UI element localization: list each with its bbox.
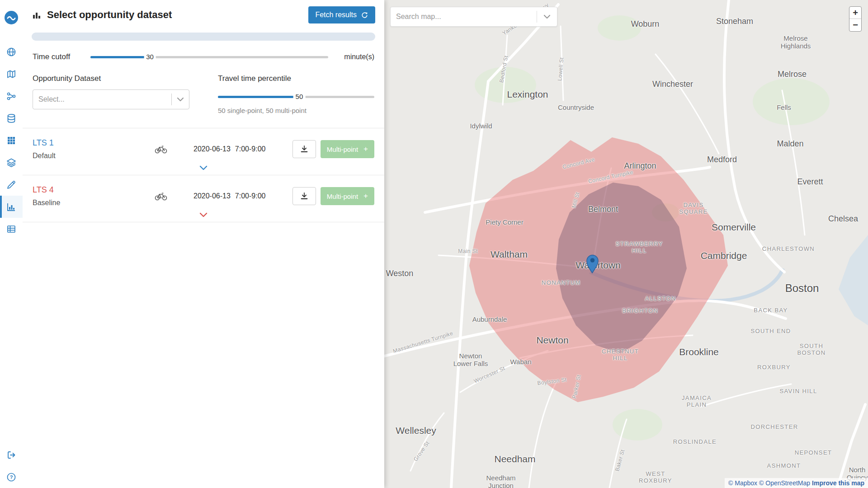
analysis-date: 2020-06-13 [193, 145, 231, 153]
download-icon [300, 192, 308, 200]
progress-bar [32, 33, 375, 41]
chevron-down-icon[interactable] [172, 97, 189, 102]
refresh-icon [361, 11, 368, 19]
zoom-out-button[interactable]: − [849, 19, 861, 31]
analysis-datetime: 2020-06-137:00-9:00 [193, 145, 265, 153]
sign-out-icon[interactable] [0, 444, 23, 466]
map-search-input[interactable] [391, 13, 537, 21]
search-chevron-down-icon[interactable] [537, 14, 557, 19]
regional-analyses-list: LTS 1 Default 2020-06-137:00-9:00 [23, 128, 384, 222]
time-cutoff-value[interactable]: 30 [144, 52, 156, 61]
bicycle-icon [155, 145, 168, 154]
database-icon[interactable] [0, 107, 23, 129]
osm-attribution-link[interactable]: © OpenStreetMap [759, 479, 810, 487]
sidebar: ? [0, 0, 23, 488]
map-canvas[interactable]: WoburnStonehamMelrose HighlandsMelroseWi… [384, 0, 868, 488]
slider-fill [218, 96, 299, 98]
layers-icon[interactable] [0, 151, 23, 174]
map-search-box [390, 7, 557, 27]
percentile-value[interactable]: 50 [293, 92, 306, 101]
analysis-row: LTS 1 Default 2020-06-137:00-9:00 [23, 128, 384, 175]
analysis-variant: Default [33, 152, 155, 160]
analysis-name-link[interactable]: LTS 1 [33, 138, 155, 148]
map-base-layer [384, 0, 868, 488]
analysis-variant: Baseline [33, 199, 155, 207]
map-attribution: © Mapbox© OpenStreetMapImprove this map [725, 478, 868, 488]
analysis-row: LTS 4 Baseline 2020-06-137:00-9:00 [23, 175, 384, 222]
table-icon[interactable] [0, 218, 23, 240]
improve-map-link[interactable]: Improve this map [812, 479, 864, 487]
dataset-percentile-row: Opportunity Dataset Select... Travel tim… [33, 74, 374, 114]
analysis-name-link[interactable]: LTS 4 [33, 185, 155, 195]
analysis-time: 7:00-9:00 [235, 145, 266, 153]
opportunity-dataset-label: Opportunity Dataset [33, 74, 218, 83]
download-button[interactable] [292, 140, 316, 158]
multi-point-button[interactable]: Multi-point + [321, 140, 374, 158]
analysis-date: 2020-06-13 [193, 192, 231, 200]
expand-chevron[interactable] [33, 207, 374, 220]
opportunity-dataset-group: Opportunity Dataset Select... [33, 74, 218, 114]
plus-icon: + [363, 192, 368, 201]
app-logo-icon[interactable] [0, 5, 23, 30]
controls-section: Time cutoff 30 minute(s) Opportunity Dat… [23, 41, 384, 114]
download-icon [300, 145, 308, 153]
time-cutoff-unit: minute(s) [333, 53, 374, 61]
slider-fill [90, 56, 150, 58]
page-title: Select opportunity dataset [47, 9, 172, 21]
panel-header: Select opportunity dataset Fetch results [23, 0, 384, 27]
time-cutoff-slider[interactable]: 30 [90, 52, 328, 61]
select-placeholder: Select... [33, 95, 171, 103]
sidebar-spacer [0, 240, 23, 444]
analysis-datetime: 2020-06-137:00-9:00 [193, 192, 265, 200]
percentile-slider[interactable]: 50 [218, 92, 374, 101]
analysis-name-block: LTS 1 Default [33, 138, 155, 160]
fetch-results-button[interactable]: Fetch results [308, 6, 375, 23]
time-cutoff-row: Time cutoff 30 minute(s) [33, 52, 374, 61]
zoom-control: + − [849, 6, 862, 32]
mapbox-attribution-link[interactable]: © Mapbox [728, 479, 757, 487]
bicycle-icon [155, 192, 168, 201]
multi-point-button[interactable]: Multi-point + [321, 187, 374, 205]
opportunity-dataset-select[interactable]: Select... [33, 89, 189, 109]
analysis-panel: Select opportunity dataset Fetch results… [23, 0, 384, 488]
percentile-subtext: 50 single-point, 50 multi-point [218, 107, 374, 114]
multi-point-label: Multi-point [327, 145, 358, 153]
help-icon[interactable]: ? [0, 466, 23, 488]
download-button[interactable] [292, 187, 316, 205]
travel-time-percentile-group: Travel time percentile 50 50 single-poin… [218, 74, 374, 114]
svg-text:?: ? [10, 474, 13, 480]
network-icon[interactable] [0, 85, 23, 107]
percentile-label: Travel time percentile [218, 74, 374, 83]
multi-point-label: Multi-point [327, 192, 358, 200]
analysis-name-block: LTS 4 Baseline [33, 185, 155, 207]
map-icon[interactable] [0, 63, 23, 85]
chart-icon[interactable] [0, 196, 23, 218]
expand-chevron[interactable] [33, 160, 374, 173]
zoom-in-button[interactable]: + [849, 7, 861, 19]
grid-icon[interactable] [0, 129, 23, 151]
bar-chart-icon [32, 10, 42, 20]
fetch-results-label: Fetch results [315, 11, 357, 19]
time-cutoff-label: Time cutoff [33, 52, 86, 61]
analysis-time: 7:00-9:00 [235, 192, 266, 200]
pencil-icon[interactable] [0, 174, 23, 196]
app-root: ? Select opportunity dataset Fetch resul… [0, 0, 868, 488]
plus-icon: + [363, 145, 368, 154]
globe-icon[interactable] [0, 41, 23, 63]
